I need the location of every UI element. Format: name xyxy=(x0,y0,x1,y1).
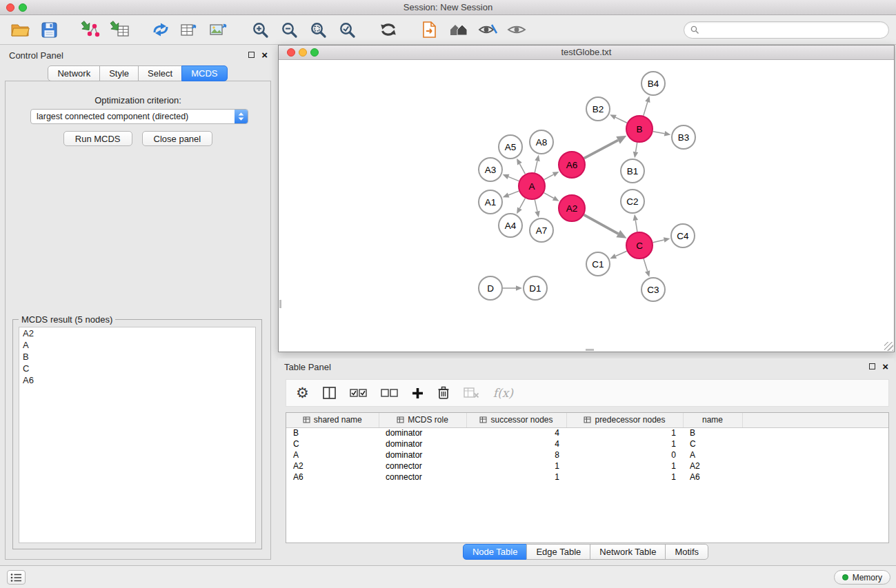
network-edge-A-A4[interactable] xyxy=(517,199,525,214)
table-cell[interactable]: A xyxy=(286,449,379,460)
create-column-button[interactable] xyxy=(412,387,424,399)
tab-network-table[interactable]: Network Table xyxy=(590,544,666,560)
apply-layout-button[interactable] xyxy=(374,17,403,43)
float-panel-icon[interactable] xyxy=(248,52,255,58)
show-columns-button[interactable] xyxy=(323,387,336,399)
document-arrow-button[interactable] xyxy=(415,17,444,43)
save-session-button[interactable] xyxy=(34,17,63,43)
mcds-result-list[interactable]: A2ABCA6 xyxy=(19,327,256,543)
network-edge-A-A5[interactable] xyxy=(517,159,525,174)
resize-handle[interactable] xyxy=(884,342,893,351)
table-cell[interactable]: 8 xyxy=(466,449,566,460)
table-cell[interactable]: C xyxy=(683,438,742,449)
import-table-button[interactable] xyxy=(105,17,134,43)
zoom-out-button[interactable] xyxy=(275,17,303,43)
table-cell[interactable]: 1 xyxy=(566,427,683,438)
table-cell[interactable]: 1 xyxy=(566,460,683,472)
memory-button[interactable]: Memory xyxy=(834,570,890,585)
column-header-mcds-role[interactable]: MCDS role xyxy=(379,413,466,427)
network-node-A8[interactable]: A8 xyxy=(530,130,553,154)
table-cell[interactable]: dominator xyxy=(379,449,466,460)
tab-select[interactable]: Select xyxy=(138,65,182,81)
export-network-button[interactable] xyxy=(146,17,175,43)
table-cell[interactable]: 0 xyxy=(566,449,683,460)
network-node-C3[interactable]: C3 xyxy=(641,278,665,301)
close-panel-button[interactable]: Close panel xyxy=(142,131,213,146)
zoom-selected-button[interactable] xyxy=(332,17,361,43)
network-canvas[interactable]: B4B2BB3A8A5A6A3B1AC2A1A2A4A7C4CC1C3DD1 xyxy=(279,60,894,352)
network-node-C[interactable]: C xyxy=(626,232,653,258)
table-cell[interactable]: connector xyxy=(379,460,466,472)
network-edge-A-A6[interactable] xyxy=(544,172,559,180)
zoom-fit-button[interactable] xyxy=(303,17,332,43)
close-panel-icon[interactable]: × xyxy=(261,51,268,59)
eye-button[interactable] xyxy=(502,17,531,43)
network-node-C4[interactable]: C4 xyxy=(671,224,695,247)
network-edge-A-A1[interactable] xyxy=(503,191,519,197)
table-cell[interactable]: dominator xyxy=(379,427,466,438)
mcds-result-item[interactable]: A6 xyxy=(19,374,255,386)
close-window-button[interactable] xyxy=(6,3,14,12)
table-cell[interactable]: dominator xyxy=(379,438,466,449)
network-edge-B-B1[interactable] xyxy=(633,143,638,159)
network-node-A2[interactable]: A2 xyxy=(559,195,585,221)
zoom-window-button[interactable] xyxy=(19,3,27,12)
eye-pencil-button[interactable] xyxy=(473,17,502,43)
network-node-D[interactable]: D xyxy=(479,276,502,300)
task-history-button[interactable] xyxy=(7,570,26,585)
delete-table-button[interactable] xyxy=(464,387,479,398)
table-row[interactable]: A2connector11A2 xyxy=(286,460,888,472)
tab-style[interactable]: Style xyxy=(99,65,139,81)
table-row[interactable]: A6connector11A6 xyxy=(286,472,888,483)
network-node-B4[interactable]: B4 xyxy=(641,72,665,95)
mcds-result-item[interactable]: A2 xyxy=(19,327,255,339)
network-node-A[interactable]: A xyxy=(519,173,545,199)
table-cell[interactable]: A2 xyxy=(286,460,379,472)
network-edge-C-C2[interactable] xyxy=(633,214,639,232)
network-node-A1[interactable]: A1 xyxy=(479,190,502,214)
mcds-result-item[interactable]: C xyxy=(19,363,255,374)
import-network-button[interactable] xyxy=(76,17,105,43)
network-edge-C-C4[interactable] xyxy=(653,237,670,242)
network-edge-A2-C[interactable] xyxy=(584,215,627,239)
table-row[interactable]: Cdominator41C xyxy=(286,438,888,449)
table-cell[interactable]: 4 xyxy=(466,427,566,438)
tab-network[interactable]: Network xyxy=(48,65,100,81)
tab-mcds[interactable]: MCDS xyxy=(181,65,227,81)
table-cell[interactable]: B xyxy=(683,427,742,438)
mcds-result-item[interactable]: A xyxy=(19,339,255,351)
table-cell[interactable]: 1 xyxy=(466,472,566,483)
network-node-A3[interactable]: A3 xyxy=(479,158,502,181)
network-node-A5[interactable]: A5 xyxy=(499,135,522,159)
table-cell[interactable]: A2 xyxy=(683,460,742,472)
network-edge-D-D1[interactable] xyxy=(503,285,522,291)
table-cell[interactable]: 1 xyxy=(566,438,683,449)
export-table-button[interactable] xyxy=(175,17,204,43)
optimization-criterion-select[interactable]: largest connected component (directed) xyxy=(30,109,248,124)
double-house-button[interactable] xyxy=(444,17,473,43)
float-table-panel-icon[interactable] xyxy=(869,363,875,369)
network-edge-A6-B[interactable] xyxy=(584,136,627,159)
network-edge-A-A8[interactable] xyxy=(535,155,539,173)
table-cell[interactable]: A xyxy=(683,449,742,460)
close-table-panel-icon[interactable]: × xyxy=(882,363,888,370)
network-node-A4[interactable]: A4 xyxy=(499,214,522,237)
table-settings-button[interactable]: ⚙ xyxy=(296,386,309,400)
network-edge-A-A7[interactable] xyxy=(535,200,539,218)
export-image-button[interactable] xyxy=(204,17,233,43)
network-minimize-button[interactable] xyxy=(299,48,307,57)
column-header-successor-nodes[interactable]: successor nodes xyxy=(466,413,566,427)
network-close-button[interactable] xyxy=(287,48,295,57)
table-row[interactable]: Bdominator41B xyxy=(286,427,888,438)
table-cell[interactable]: connector xyxy=(379,472,466,483)
deselect-all-columns-button[interactable] xyxy=(381,389,398,398)
function-builder-button[interactable]: f(x) xyxy=(493,386,513,400)
horizontal-scroll-mark[interactable] xyxy=(586,349,594,351)
network-node-B3[interactable]: B3 xyxy=(672,125,695,149)
network-edge-B-B4[interactable] xyxy=(644,96,650,116)
column-header-predecessor-nodes[interactable]: predecessor nodes xyxy=(566,413,683,427)
table-cell[interactable]: 4 xyxy=(466,438,566,449)
network-node-B1[interactable]: B1 xyxy=(621,159,644,183)
network-edge-C-C3[interactable] xyxy=(644,258,650,277)
search-box[interactable] xyxy=(684,21,889,39)
